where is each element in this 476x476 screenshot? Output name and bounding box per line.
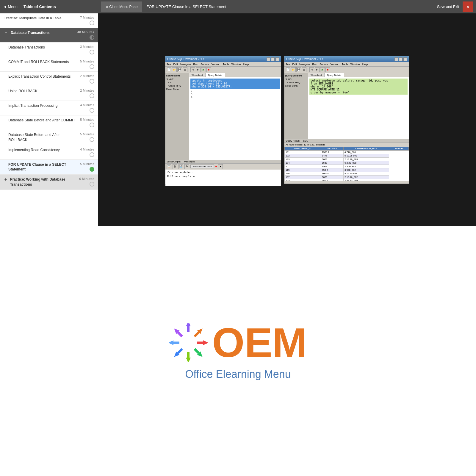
r-menu-edit[interactable]: Edit <box>292 63 297 66</box>
col-salary: SALARY <box>321 147 344 150</box>
r-conn-oracle[interactable]: Oracle HRQ <box>285 81 307 84</box>
tab-query-builder-left[interactable]: Query Builder <box>206 73 225 77</box>
bottom-logo-area: OEM Office Elearning Menu <box>0 226 476 476</box>
r-connections-label: Query Builders <box>285 74 307 78</box>
out-stop-btn[interactable]: ● <box>215 165 217 168</box>
menu-navigate[interactable]: Navigate <box>180 63 191 66</box>
toolbar-open[interactable]: 📂 <box>172 67 177 72</box>
r-tab-query-builder[interactable]: Query Builder <box>325 73 344 77</box>
conn-oracle-hrq[interactable]: Oracle HRQ <box>166 84 188 87</box>
menu-button[interactable]: ◄ Menu <box>3 4 18 9</box>
save-exit-button[interactable]: Save and Exit <box>433 1 463 12</box>
r-menu-file[interactable]: File <box>286 63 290 66</box>
toolbar-forward[interactable]: ► <box>196 67 201 72</box>
win-maximize-btn-right[interactable]: □ <box>399 57 403 61</box>
menu-file[interactable]: File <box>167 63 171 66</box>
r-conn-cloud[interactable]: Cloud Conn. <box>285 84 307 87</box>
toolbar-run-sq[interactable]: ▶ <box>201 67 206 72</box>
out-options[interactable]: ▼ <box>218 164 223 169</box>
conn-oc[interactable]: OC <box>166 81 188 84</box>
menu-tools[interactable]: Tools <box>223 63 229 66</box>
connections-label: Connections <box>166 74 188 78</box>
sidebar-item-for-update[interactable]: FOR UPDATE Clause in a SELECT Statement … <box>0 160 98 175</box>
script-runner-tab[interactable]: ScriptRunner Task <box>190 165 214 168</box>
menu-help[interactable]: Help <box>243 63 249 66</box>
conn-nht[interactable]: ▼ nHT <box>166 78 188 81</box>
r-menu-help[interactable]: Help <box>362 63 368 66</box>
table-cell: 5 <box>285 165 321 168</box>
out-copy[interactable]: 📋 <box>167 164 171 169</box>
r-toolbar-back[interactable]: ◄ <box>309 67 314 72</box>
menu-window[interactable]: Window <box>231 63 241 66</box>
menu-version[interactable]: Version <box>212 63 220 66</box>
toolbar-back[interactable]: ◄ <box>190 67 195 72</box>
r-conn-oc[interactable]: ▼ OC <box>285 78 307 81</box>
win-minimize-btn-right[interactable]: _ <box>394 57 398 61</box>
sidebar-item-database-transactions-header[interactable]: − Database Transactions 40 Minutes <box>0 28 98 43</box>
close-x-button[interactable]: ✕ <box>463 1 473 12</box>
out-clear[interactable]: 🗑 <box>173 164 177 169</box>
sql-line-numbers: 456 <box>190 90 280 99</box>
sidebar-item-explicit-transaction[interactable]: Explicit Transaction Control Statements … <box>0 72 98 86</box>
sidebar-item-using-rollback[interactable]: Using ROLLBACK 2 Minutes <box>0 86 98 101</box>
r-toolbar-save[interactable]: 💾 <box>296 67 301 72</box>
win-close-btn-left[interactable]: × <box>275 57 279 61</box>
toolbar-print[interactable]: 🖨 <box>183 67 187 72</box>
sql-result-table: EMPLOYEE_ID SALARY COMMISSION_PCT YON ID… <box>284 147 409 181</box>
r-menu-window[interactable]: Window <box>350 63 360 66</box>
sql-editor-panel-left[interactable]: update hr.employees set department_id = … <box>189 77 281 160</box>
sidebar-item-db-state-commit[interactable]: Database State Before and After COMMIT 5… <box>0 115 98 130</box>
win-minimize-btn-left[interactable]: _ <box>267 57 270 61</box>
table-cell: 101 <box>285 150 321 154</box>
sidebar-item-exercise-manipulate[interactable]: Exercise: Manipulate Data in a Table 7 M… <box>0 13 98 28</box>
r-toolbar-open[interactable]: 📂 <box>291 67 296 72</box>
svg-marker-4 <box>203 340 208 345</box>
table-cell: 197 <box>285 175 321 179</box>
menu-edit[interactable]: Edit <box>173 63 178 66</box>
r-menu-run[interactable]: Run <box>312 63 317 66</box>
r-menu-tools[interactable]: Tools <box>342 63 348 66</box>
r-toolbar-stop[interactable]: ■ <box>325 67 330 72</box>
content-body: Oracle SQL Developer - HR _ □ × File Edi… <box>98 13 476 226</box>
toolbar-save[interactable]: 💾 <box>177 67 182 72</box>
r-menu-source[interactable]: Source <box>320 63 328 66</box>
out-save[interactable]: 💾 <box>178 164 183 169</box>
table-cell: 115 <box>285 168 321 172</box>
conn-cloud-conn[interactable]: Cloud Conn. <box>166 87 188 91</box>
item-duration-db-transactions-sub: 3 Minutes <box>80 45 94 48</box>
svg-rect-13 <box>173 342 179 344</box>
r-output-tab-result[interactable]: Query Result <box>286 140 300 142</box>
sidebar-item-read-consistency[interactable]: Implementing Read Consistency 4 Minutes <box>0 145 98 160</box>
table-cell: 2.3.91 893 <box>343 165 389 168</box>
r-toolbar-forward[interactable]: ► <box>315 67 320 72</box>
sql-editor-panel-right[interactable]: select employee_id, salary, manager_id, … <box>308 77 409 139</box>
close-menu-button[interactable]: ◄ Close Menu Panel <box>101 1 142 12</box>
sidebar-item-implicit-transaction[interactable]: Implicit Transaction Processing 4 Minute… <box>0 101 98 115</box>
r-toolbar-print[interactable]: 🖨 <box>302 67 306 72</box>
win-close-btn-right[interactable]: × <box>403 57 407 61</box>
out-refresh[interactable]: ↻ <box>184 164 189 169</box>
r-toolbar-new[interactable]: 📄 <box>286 67 290 72</box>
r-tab-worksheet[interactable]: Worksheet <box>308 73 325 77</box>
menu-run[interactable]: Run <box>193 63 198 66</box>
sidebar-item-db-state-rollback[interactable]: Database State Before and After ROLLBACK… <box>0 130 98 145</box>
sidebar-item-database-transactions-sub[interactable]: Database Transactions 3 Minutes <box>0 43 98 57</box>
sql-output-tabs-right: Query Result SQL <box>284 139 409 143</box>
output-tab-script[interactable]: Script Output <box>167 160 181 163</box>
table-row: 1011500.24.716_868 <box>285 150 409 154</box>
item-text-for-update: FOR UPDATE Clause in a SELECT Statement <box>8 162 78 172</box>
r-output-tab-sql[interactable]: SQL <box>303 140 308 142</box>
r-menu-navigate[interactable]: Navigate <box>299 63 310 66</box>
toolbar-stop[interactable]: ■ <box>206 67 211 72</box>
sidebar-item-commit-rollback[interactable]: COMMIT and ROLLBACK Statements 5 Minutes <box>0 57 98 72</box>
r-toolbar-run[interactable]: ▶ <box>320 67 325 72</box>
tab-worksheet-left[interactable]: Worksheet <box>189 73 206 77</box>
toolbar-new[interactable]: 📄 <box>167 67 171 72</box>
r-menu-version[interactable]: Version <box>331 63 339 66</box>
sidebar-item-practice-working[interactable]: + Practice: Working with Database Transa… <box>0 175 98 190</box>
table-row: 519632.3.91 893 <box>285 165 409 168</box>
output-tab-messages[interactable]: Messages <box>184 160 195 163</box>
win-maximize-btn-left[interactable]: □ <box>271 57 275 61</box>
menu-source[interactable]: Source <box>201 63 209 66</box>
item-circle-commit-rollback <box>90 64 94 69</box>
